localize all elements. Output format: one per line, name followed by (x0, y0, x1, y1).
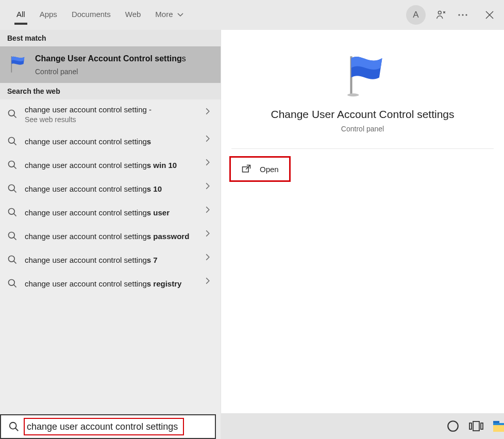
open-button[interactable]: Open (229, 156, 291, 182)
svg-line-6 (14, 115, 16, 118)
close-icon[interactable] (483, 9, 496, 21)
svg-line-18 (14, 261, 16, 263)
svg-point-24 (347, 93, 359, 96)
web-header: Search the web (0, 83, 221, 99)
web-result-0[interactable]: change user account control setting - Se… (0, 99, 221, 130)
svg-rect-28 (473, 421, 479, 431)
web-result-5[interactable]: change user account control settings pas… (0, 225, 221, 248)
chevron-right-icon[interactable] (204, 277, 217, 291)
tab-more-label: More (155, 10, 173, 19)
chevron-right-icon[interactable] (204, 108, 217, 121)
best-match-title-rest: s (182, 54, 186, 63)
svg-line-22 (15, 428, 19, 431)
svg-point-19 (9, 279, 15, 285)
task-view-icon[interactable] (469, 416, 483, 436)
web-result-4[interactable]: change user account control settings use… (0, 201, 221, 225)
search-icon (7, 278, 19, 290)
svg-point-11 (9, 184, 15, 191)
header: All Apps Documents Web More A (0, 0, 504, 30)
web-results-list: change user account control setting - Se… (0, 99, 221, 414)
chevron-right-icon[interactable] (204, 230, 217, 243)
caret-down-icon (177, 13, 183, 17)
svg-point-9 (9, 161, 15, 167)
body: Best match Change User Account Control s… (0, 30, 504, 439)
chevron-right-icon[interactable] (204, 254, 217, 267)
web-result-post: - (147, 105, 152, 114)
best-match-item[interactable]: Change User Account Control settings Con… (0, 46, 221, 83)
svg-point-26 (448, 421, 458, 431)
best-match-subtitle: Control panel (35, 67, 213, 76)
search-icon (8, 421, 20, 432)
detail-pane: Change User Account Control settings Con… (221, 30, 504, 439)
svg-point-7 (9, 137, 15, 143)
svg-line-20 (14, 284, 16, 287)
uac-flag-icon-large (340, 50, 386, 97)
web-result-text: change user account control settings (25, 137, 198, 147)
svg-line-12 (14, 190, 16, 192)
web-result-6[interactable]: change user account control settings 7 (0, 248, 221, 272)
web-result-text: change user account control settings reg… (25, 279, 198, 289)
svg-line-16 (14, 237, 16, 240)
divider (231, 148, 494, 149)
user-avatar[interactable]: A (406, 5, 426, 25)
detail-title: Change User Account Control settings (271, 108, 454, 121)
uac-flag-icon (7, 54, 28, 74)
svg-rect-32 (493, 423, 504, 425)
open-label: Open (260, 165, 279, 174)
web-result-1[interactable]: change user account control settings (0, 130, 221, 154)
header-actions: A (406, 5, 499, 25)
open-icon (241, 164, 251, 174)
search-icon (7, 136, 19, 147)
chevron-right-icon[interactable] (204, 135, 217, 148)
tab-apps[interactable]: Apps (32, 7, 64, 24)
svg-point-21 (10, 423, 16, 429)
svg-point-2 (462, 14, 463, 15)
svg-line-14 (14, 213, 16, 216)
svg-rect-29 (481, 423, 483, 429)
tab-more[interactable]: More (148, 7, 190, 24)
svg-line-10 (14, 166, 16, 168)
tab-web[interactable]: Web (118, 7, 148, 24)
more-options-icon[interactable] (457, 9, 469, 21)
search-icon (7, 109, 19, 120)
file-explorer-icon[interactable] (493, 416, 504, 436)
chevron-right-icon[interactable] (204, 182, 217, 196)
search-icon (7, 231, 19, 242)
search-window: All Apps Documents Web More A (0, 0, 504, 439)
svg-point-17 (9, 256, 15, 262)
svg-point-1 (458, 14, 460, 15)
web-result-pre: change user account control setting (25, 105, 147, 114)
detail-subtitle: Control panel (341, 125, 384, 133)
svg-point-15 (9, 232, 15, 238)
web-result-text: change user account control settings use… (25, 208, 198, 218)
best-match-title-bold: Change User Account Control setting (35, 54, 182, 63)
tab-all[interactable]: All (9, 7, 32, 24)
svg-point-0 (438, 11, 441, 14)
chevron-right-icon[interactable] (204, 206, 217, 220)
web-result-text: change user account control setting - Se… (25, 105, 198, 125)
chevron-right-icon[interactable] (204, 159, 217, 172)
cortana-icon[interactable] (446, 416, 460, 436)
web-result-text: change user account control settings pas… (25, 231, 198, 242)
results-column: Best match Change User Account Control s… (0, 30, 221, 439)
taskbar (221, 413, 504, 439)
web-result-text: change user account control settings 10 (25, 184, 198, 194)
web-result-text: change user account control settings 7 (25, 255, 198, 265)
filter-tabs: All Apps Documents Web More (9, 7, 406, 24)
svg-point-13 (9, 208, 15, 214)
web-result-7[interactable]: change user account control settings reg… (0, 272, 221, 296)
best-match-header: Best match (0, 30, 221, 46)
search-bar[interactable] (0, 414, 216, 439)
svg-rect-27 (469, 423, 472, 429)
best-match-title: Change User Account Control settings (35, 54, 213, 64)
search-input[interactable] (27, 421, 211, 432)
svg-point-5 (9, 110, 15, 116)
web-result-3[interactable]: change user account control settings 10 (0, 177, 221, 201)
web-result-2[interactable]: change user account control settings win… (0, 154, 221, 177)
search-icon (7, 255, 19, 266)
feedback-icon[interactable] (435, 9, 447, 21)
search-icon (7, 160, 19, 171)
search-icon (7, 183, 19, 195)
tab-documents[interactable]: Documents (64, 7, 118, 24)
svg-point-3 (465, 14, 467, 15)
